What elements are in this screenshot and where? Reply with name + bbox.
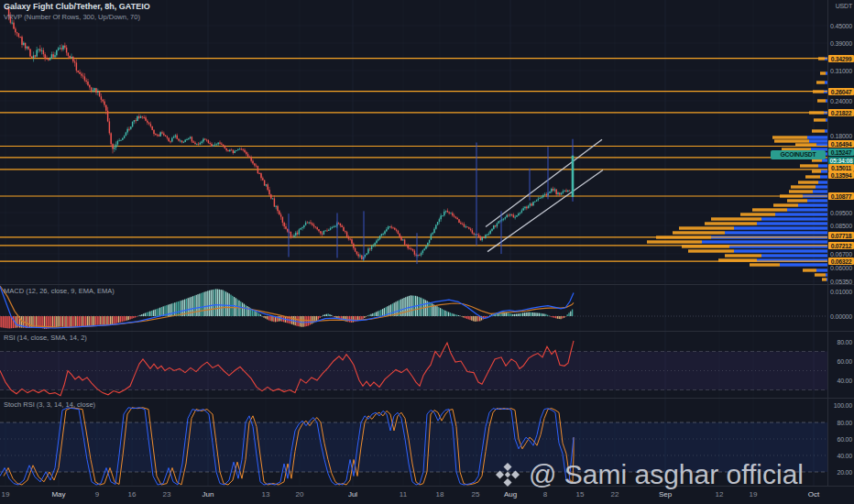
time-tick-label: 9: [95, 490, 99, 499]
price-tick-label: 0.45000: [830, 23, 852, 29]
level-price-label: 0.07718: [828, 232, 854, 239]
time-tick-label: 18: [436, 490, 444, 499]
time-tick-label: 13: [262, 490, 270, 499]
indicator-tick-label: 60.00: [837, 436, 852, 443]
price-axis-currency: USDT: [836, 3, 852, 9]
indicator-tick-label: 100.00: [834, 402, 852, 409]
price-tick-label: 0.06700: [830, 251, 852, 257]
price-tick-label: 0.18000: [830, 133, 852, 139]
candles-layer: [5, 6, 570, 261]
indicator-tick-label: 20.00: [837, 469, 852, 476]
time-tick-label: May: [51, 490, 65, 499]
time-tick-label: Aug: [504, 490, 517, 499]
level-price-label: 0.07212: [828, 242, 854, 249]
watermark: @ Sami asghar official: [495, 458, 804, 491]
price-tick-label: 0.08500: [830, 223, 852, 229]
time-tick-label: Jul: [348, 490, 357, 499]
level-price-label: 0.13594: [828, 171, 854, 179]
price-tick-label: 0.09500: [830, 210, 852, 216]
indicator-tick-label: 40.00: [837, 453, 852, 459]
time-tick-label: Sep: [659, 490, 672, 499]
price-tick-label: 0.24000: [830, 98, 852, 104]
time-tick-label: Oct: [808, 490, 819, 499]
indicator-tick-label: 80.00: [837, 420, 852, 426]
level-price-label: 0.06322: [828, 257, 854, 265]
price-line-symbol-tag: GCOINUSDT: [771, 150, 826, 159]
watermark-text: @ Sami asghar official: [529, 459, 804, 490]
macd-legend[interactable]: MACD (12, 26, close, 9, EMA, EMA): [4, 287, 115, 295]
time-tick-label: 25: [472, 490, 480, 499]
price-tick-label: 0.31000: [830, 68, 852, 74]
bar-countdown-label: 05:34:08: [828, 157, 854, 164]
level-price-label: 0.26047: [828, 88, 854, 95]
indicator-tick-label: 80.00: [837, 339, 852, 345]
price-tick-label: 0.39000: [830, 40, 852, 47]
level-price-label: 0.21822: [828, 109, 854, 116]
binance-diamond-icon: [495, 462, 520, 488]
rsi-legend[interactable]: RSI (14, close, SMA, 14, 2): [4, 334, 87, 342]
level-price-label: 0.10877: [828, 192, 854, 200]
time-tick-label: 19: [750, 490, 758, 499]
chart-canvas[interactable]: [0, 0, 854, 504]
indicator-tick-label: 0.00000: [830, 313, 852, 320]
time-tick-label: Jun: [203, 490, 214, 499]
time-tick-label: 12: [716, 490, 724, 499]
trading-chart-window: Galaxy Fight Club/Tether, 8h, GATEIO VRV…: [0, 0, 854, 504]
level-price-label: 0.16494: [828, 140, 854, 148]
indicator-tick-label: 40.00: [837, 378, 852, 384]
indicator-tick-label: 0.01000: [830, 289, 852, 295]
time-tick-label: 19: [2, 490, 10, 499]
time-tick-label: 11: [400, 490, 407, 499]
current-price-label: 0.15247: [828, 148, 854, 156]
time-tick-label: 20: [296, 490, 304, 499]
stoch-rsi-legend[interactable]: Stoch RSI (3, 3, 14, 14, close): [4, 400, 95, 409]
support-resistance-levels: [0, 59, 827, 262]
level-price-label: 0.34299: [828, 55, 854, 62]
indicator-bands: [0, 316, 827, 472]
indicator-tick-label: 60.00: [837, 358, 852, 365]
time-tick-label: 8: [543, 490, 547, 499]
time-tick-label: 15: [576, 490, 585, 499]
price-axis[interactable]: USDT 0.15247 05:34:08 0.450000.390000.31…: [828, 0, 854, 486]
level-price-label: 0.15011: [828, 164, 854, 171]
price-tick-label: 0.06000: [830, 265, 852, 271]
last-candle: [572, 139, 575, 202]
price-tick-label: 0.05350: [830, 279, 852, 285]
time-tick-label: 16: [128, 490, 137, 499]
time-tick-label: 23: [163, 490, 171, 499]
time-tick-label: 22: [611, 490, 619, 499]
